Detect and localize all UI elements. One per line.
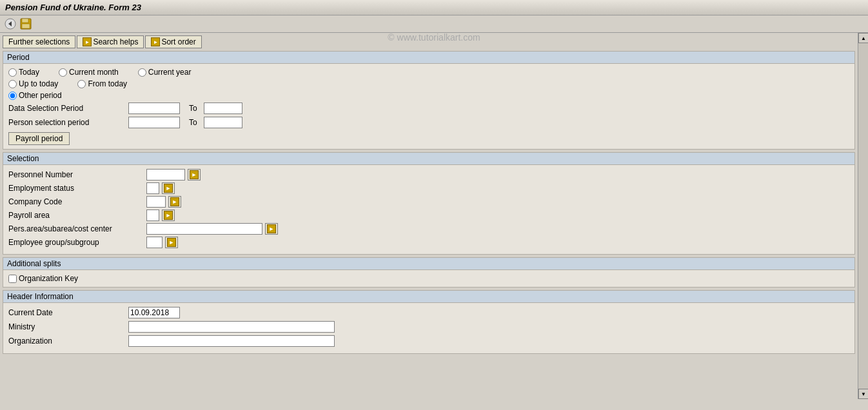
payroll-period-button[interactable]: Payroll period (8, 132, 70, 145)
pers-area-arrow-icon: ► (267, 224, 276, 233)
additional-splits-body: Organization Key (3, 270, 854, 287)
data-selection-to-input[interactable] (204, 102, 242, 114)
company-code-arrow-icon: ► (170, 197, 179, 206)
period-header: Period (3, 52, 854, 64)
back-icon[interactable] (4, 17, 17, 30)
personnel-number-input[interactable] (146, 169, 185, 181)
company-code-input[interactable] (146, 196, 166, 208)
content-area: Further selections ► Search helps ► Sort… (0, 33, 858, 399)
svg-rect-3 (22, 19, 28, 23)
header-information-section: Header Information Current Date Ministry… (3, 290, 855, 354)
sel-row-employment: Employment status ► (8, 182, 849, 194)
current-date-input[interactable] (128, 307, 180, 318)
employee-group-label: Employee group/subgroup (8, 238, 144, 247)
radio-current-month-input[interactable] (59, 68, 67, 77)
tab-search-helps[interactable]: ► Search helps (77, 35, 144, 48)
radio-current-year-input[interactable] (138, 68, 146, 77)
person-selection-to-input[interactable] (204, 117, 242, 128)
payroll-area-arrow-button[interactable]: ► (162, 210, 175, 221)
company-code-label: Company Code (8, 197, 144, 206)
organization-key-checkbox-label[interactable]: Organization Key (8, 274, 849, 283)
radio-other-period[interactable]: Other period (8, 91, 62, 100)
organization-row: Organization (8, 335, 849, 347)
pers-area-arrow-button[interactable]: ► (265, 223, 278, 235)
payroll-area-input[interactable] (146, 210, 159, 221)
data-selection-from-input[interactable] (128, 102, 180, 114)
sort-order-label: Sort order (161, 37, 195, 46)
personnel-number-arrow-button[interactable]: ► (188, 169, 201, 181)
employee-group-input[interactable] (146, 237, 163, 248)
radio-current-month[interactable]: Current month (59, 68, 119, 77)
pers-area-input[interactable] (146, 223, 262, 235)
radio-current-month-label: Current month (69, 68, 119, 77)
additional-splits-section: Additional splits Organization Key (3, 257, 855, 288)
scrollbar: ▲ ▼ (858, 33, 868, 399)
sel-row-employee-group: Employee group/subgroup ► (8, 237, 849, 248)
person-selection-row: Person selection period To (8, 117, 849, 128)
organization-label: Organization (8, 337, 124, 346)
data-selection-row: Data Selection Period To (8, 102, 849, 114)
header-information-header: Header Information (3, 291, 854, 303)
search-helps-arrow-icon: ► (83, 37, 92, 46)
sort-order-arrow-icon: ► (151, 37, 160, 46)
employment-status-arrow-button[interactable]: ► (162, 182, 175, 194)
radio-today[interactable]: Today (8, 68, 39, 77)
sel-row-payroll-area: Payroll area ► (8, 210, 849, 221)
radio-today-input[interactable] (8, 68, 17, 77)
ministry-label: Ministry (8, 322, 124, 331)
radio-from-today[interactable]: From today (77, 79, 127, 88)
scroll-track (858, 43, 868, 389)
selection-section: Selection Personnel Number ► Employment … (3, 152, 855, 255)
organization-key-checkbox[interactable] (8, 275, 17, 283)
payroll-area-label: Payroll area (8, 211, 144, 220)
radio-from-today-label: From today (88, 79, 127, 88)
selection-header: Selection (3, 153, 854, 165)
tab-sort-order[interactable]: ► Sort order (145, 35, 201, 48)
radio-row-1: Today Current month Current year (8, 68, 849, 77)
pers-area-label: Pers.area/subarea/cost center (8, 224, 144, 233)
person-selection-from-input[interactable] (128, 117, 180, 128)
main-content: Further selections ► Search helps ► Sort… (0, 33, 868, 399)
radio-row-3: Other period (8, 91, 849, 100)
radio-row-2: Up to today From today (8, 79, 849, 88)
radio-up-to-today[interactable]: Up to today (8, 79, 58, 88)
radio-other-period-input[interactable] (8, 92, 17, 100)
company-code-arrow-button[interactable]: ► (168, 196, 181, 208)
sel-row-personnel: Personnel Number ► (8, 169, 849, 181)
employee-group-arrow-icon: ► (167, 238, 176, 247)
ministry-input[interactable] (128, 321, 335, 333)
ministry-row: Ministry (8, 321, 849, 333)
radio-other-period-label: Other period (19, 91, 62, 100)
app-title: Pension Fund of Ukraine. Form 23 (5, 3, 141, 12)
to-label-2: To (189, 118, 197, 127)
save-icon[interactable] (19, 17, 32, 30)
organization-input[interactable] (128, 335, 335, 347)
selection-body: Personnel Number ► Employment status ► C… (3, 165, 854, 254)
employment-status-input[interactable] (146, 182, 159, 194)
employee-group-arrow-button[interactable]: ► (165, 237, 178, 248)
header-information-body: Current Date Ministry Organization (3, 303, 854, 353)
radio-from-today-input[interactable] (77, 80, 86, 88)
scroll-down-button[interactable]: ▼ (858, 389, 868, 399)
period-body: Today Current month Current year Up to t… (3, 64, 854, 149)
svg-rect-4 (22, 24, 30, 28)
radio-up-to-today-input[interactable] (8, 80, 17, 88)
radio-current-year[interactable]: Current year (138, 68, 192, 77)
period-section: Period Today Current month Current year (3, 51, 855, 150)
current-date-label: Current Date (8, 308, 124, 317)
sel-row-company-code: Company Code ► (8, 196, 849, 208)
tabs-bar: Further selections ► Search helps ► Sort… (3, 35, 855, 48)
to-label-1: To (189, 104, 197, 113)
payroll-area-arrow-icon: ► (164, 211, 173, 220)
title-bar: Pension Fund of Ukraine. Form 23 (0, 0, 868, 15)
further-selections-label: Further selections (8, 37, 70, 46)
employment-status-arrow-icon: ► (164, 184, 173, 193)
tab-further-selections[interactable]: Further selections (3, 35, 75, 48)
personnel-number-arrow-icon: ► (190, 170, 199, 179)
search-helps-label: Search helps (93, 37, 138, 46)
additional-splits-header: Additional splits (3, 258, 854, 270)
employment-status-label: Employment status (8, 184, 144, 193)
sel-row-pers-area: Pers.area/subarea/cost center ► (8, 223, 849, 235)
scroll-up-button[interactable]: ▲ (858, 33, 868, 43)
data-selection-label: Data Selection Period (8, 104, 124, 113)
